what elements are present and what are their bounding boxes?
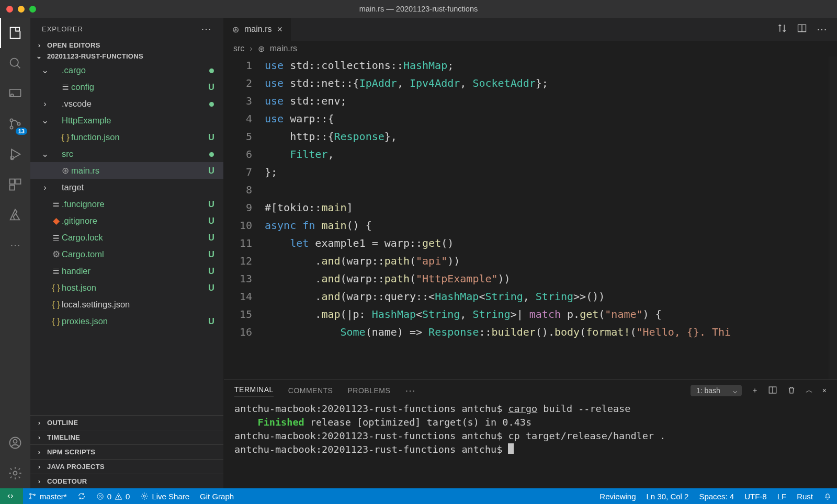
window-title: main.rs — 20201123-rust-functions	[0, 5, 837, 13]
sidebar-title-row: EXPLORER ⋯	[30, 18, 223, 40]
svg-point-15	[30, 494, 31, 495]
breadcrumb-item[interactable]: main.rs	[270, 44, 297, 53]
status-bar: master* 0 0 Live Share Git Graph Reviewi…	[0, 488, 837, 504]
section-label: NPM SCRIPTS	[47, 448, 95, 456]
tree-item[interactable]: ≣configU	[30, 78, 223, 95]
timeline-section[interactable]: ›TIMELINE	[30, 430, 223, 444]
tree-item[interactable]: { }host.jsonU	[30, 279, 223, 296]
sidebar-more-icon[interactable]: ⋯	[201, 22, 212, 35]
notifications-icon[interactable]	[818, 492, 837, 500]
close-panel-icon[interactable]: ×	[822, 386, 827, 395]
tree-item[interactable]: ≣Cargo.lockU	[30, 229, 223, 246]
close-tab-icon[interactable]: ×	[277, 24, 282, 35]
tree-item[interactable]: ≣.funcignoreU	[30, 196, 223, 212]
breadcrumb[interactable]: src › ⊛ main.rs	[224, 41, 837, 56]
git-branch-status[interactable]: master*	[23, 488, 72, 504]
editor-area: ⊛ main.rs × ⋯ src › ⊛ main.rs 1234567891…	[224, 18, 837, 488]
codetour-section[interactable]: ›CODETOUR	[30, 474, 223, 488]
tab-label: main.rs	[244, 25, 272, 34]
tree-item[interactable]: ⌄.cargo	[30, 62, 223, 78]
eol-status[interactable]: LF	[772, 492, 792, 501]
azure-activity-icon[interactable]	[0, 200, 30, 230]
panel: TERMINAL COMMENTS PROBLEMS ⋯ 1: bash ＋ ︿…	[224, 380, 837, 488]
terminal-selector[interactable]: 1: bash	[691, 385, 742, 396]
tab-bar: ⊛ main.rs × ⋯	[224, 18, 837, 41]
encoding-status[interactable]: UTF-8	[739, 492, 772, 501]
svg-point-2	[11, 94, 14, 97]
git-graph-status[interactable]: Git Graph	[195, 488, 239, 504]
source-control-activity-icon[interactable]: 13	[0, 109, 30, 139]
problems-status[interactable]: 0 0	[91, 488, 135, 504]
split-terminal-icon[interactable]	[768, 385, 777, 396]
explorer-activity-icon[interactable]	[0, 18, 30, 48]
section-label: CODETOUR	[47, 477, 87, 485]
svg-point-3	[10, 119, 13, 121]
tree-item[interactable]: ⌄src	[30, 145, 223, 162]
tree-item[interactable]: ⌄HttpExample	[30, 112, 223, 129]
tree-item[interactable]: ⊛main.rsU	[30, 162, 223, 179]
chevron-right-icon: ›	[35, 41, 44, 49]
terminal[interactable]: antchu-macbook:20201123-rust-functions a…	[224, 401, 837, 488]
tree-item[interactable]: ›.vscode	[30, 95, 223, 112]
run-debug-activity-icon[interactable]	[0, 139, 30, 169]
live-share-label: Live Share	[152, 492, 189, 501]
tree-item[interactable]: ›target	[30, 179, 223, 196]
language-status[interactable]: Rust	[791, 492, 818, 501]
kill-terminal-icon[interactable]	[787, 385, 796, 396]
panel-tab-comments[interactable]: COMMENTS	[288, 386, 333, 395]
reviewing-status[interactable]: Reviewing	[594, 492, 641, 501]
settings-gear-icon[interactable]	[0, 458, 30, 488]
activity-bar: 13 ⋯	[0, 18, 30, 488]
split-editor-icon[interactable]	[797, 23, 807, 36]
panel-tab-bar: TERMINAL COMMENTS PROBLEMS ⋯ 1: bash ＋ ︿…	[224, 380, 837, 401]
panel-tab-terminal[interactable]: TERMINAL	[234, 385, 274, 396]
open-editors-section[interactable]: › OPEN EDITORS	[30, 40, 223, 51]
close-window-button[interactable]	[6, 6, 13, 13]
rust-file-icon: ⊛	[232, 25, 239, 35]
editor-more-icon[interactable]: ⋯	[817, 23, 828, 36]
cursor-position-status[interactable]: Ln 30, Col 2	[641, 492, 694, 501]
svg-rect-8	[16, 179, 20, 184]
java-section[interactable]: ›JAVA PROJECTS	[30, 459, 223, 474]
svg-point-4	[10, 126, 13, 129]
zoom-window-button[interactable]	[29, 6, 36, 13]
tree-item[interactable]: { }local.settings.json	[30, 296, 223, 313]
new-terminal-icon[interactable]: ＋	[751, 386, 759, 395]
svg-rect-7	[10, 179, 15, 184]
extensions-activity-icon[interactable]	[0, 169, 30, 200]
project-section[interactable]: ⌄ 20201123-RUST-FUNCTIONS	[30, 51, 223, 62]
tree-item[interactable]: { }proxies.jsonU	[30, 313, 223, 329]
minimize-window-button[interactable]	[18, 6, 25, 13]
tree-item[interactable]: ⚙Cargo.tomlU	[30, 246, 223, 262]
minimap[interactable]	[829, 56, 837, 380]
sync-status[interactable]	[72, 488, 91, 504]
warning-count: 0	[126, 492, 130, 501]
editor-actions: ⋯	[767, 18, 837, 41]
live-share-status[interactable]: Live Share	[135, 488, 195, 504]
search-activity-icon[interactable]	[0, 48, 30, 78]
section-label: OPEN EDITORS	[47, 41, 100, 49]
outline-section[interactable]: ›OUTLINE	[30, 415, 223, 430]
breadcrumb-item[interactable]: src	[233, 44, 244, 53]
section-label: 20201123-RUST-FUNCTIONS	[47, 52, 143, 60]
rust-file-icon: ⊛	[258, 44, 265, 54]
code-editor[interactable]: 12345678910111213141516 use std::collect…	[224, 56, 837, 380]
remote-explorer-activity-icon[interactable]	[0, 78, 30, 109]
npm-section[interactable]: ›NPM SCRIPTS	[30, 444, 223, 459]
panel-tab-problems[interactable]: PROBLEMS	[347, 386, 390, 395]
maximize-panel-icon[interactable]: ︿	[806, 386, 813, 395]
compare-changes-icon[interactable]	[777, 23, 787, 36]
code-lines[interactable]: use std::collections::HashMap;use std::n…	[265, 56, 837, 380]
svg-point-12	[14, 472, 17, 475]
tree-item[interactable]: ≣handlerU	[30, 262, 223, 279]
indentation-status[interactable]: Spaces: 4	[694, 492, 739, 501]
panel-more-icon[interactable]: ⋯	[405, 384, 416, 397]
remote-indicator[interactable]	[0, 488, 23, 504]
accounts-icon[interactable]	[0, 428, 30, 458]
file-tree: ⌄.cargo≣configU›.vscode⌄HttpExample{ }fu…	[30, 62, 223, 415]
tree-item[interactable]: ◆.gitignoreU	[30, 212, 223, 229]
editor-tab-main-rs[interactable]: ⊛ main.rs ×	[224, 18, 291, 41]
explorer-sidebar: EXPLORER ⋯ › OPEN EDITORS ⌄ 20201123-RUS…	[30, 18, 224, 488]
tree-item[interactable]: { }function.jsonU	[30, 129, 223, 145]
more-activity-icon[interactable]: ⋯	[0, 230, 30, 260]
